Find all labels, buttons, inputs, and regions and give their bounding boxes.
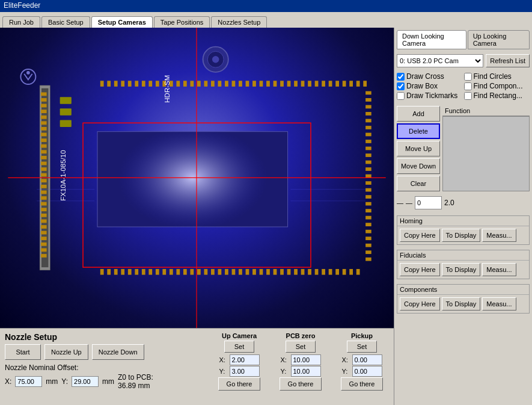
down-looking-camera-tab[interactable]: Down Looking Camera bbox=[397, 30, 466, 49]
draw-tickmarks-checkbox[interactable] bbox=[397, 92, 405, 100]
svg-rect-16 bbox=[41, 173, 47, 177]
svg-rect-61 bbox=[308, 81, 311, 87]
svg-point-141 bbox=[212, 56, 219, 63]
tab-basic-setup[interactable]: Basic Setup bbox=[41, 16, 90, 28]
find-components-label: Find Compon... bbox=[474, 82, 523, 90]
svg-rect-38 bbox=[148, 81, 152, 87]
pcb-zero-title: PCB zero bbox=[286, 332, 316, 339]
svg-rect-102 bbox=[148, 269, 152, 275]
svg-rect-56 bbox=[274, 81, 277, 87]
components-copy-here-button[interactable]: Copy Here bbox=[400, 297, 440, 311]
add-button[interactable]: Add bbox=[397, 106, 440, 122]
action-section: Add Delete Move Up Move Down Clear Funct… bbox=[397, 106, 530, 191]
pickup-x-input[interactable] bbox=[352, 354, 382, 365]
svg-rect-131 bbox=[349, 269, 353, 275]
up-camera-y-input[interactable] bbox=[230, 366, 260, 377]
components-to-display-button[interactable]: To Display bbox=[442, 297, 481, 311]
tab-tape-positions[interactable]: Tape Positions bbox=[154, 16, 210, 28]
pcb-zero-set-btn[interactable]: Set bbox=[286, 341, 316, 353]
svg-rect-19 bbox=[41, 191, 47, 194]
svg-rect-51 bbox=[239, 81, 242, 87]
svg-rect-48 bbox=[218, 81, 222, 87]
offset-y-input[interactable] bbox=[72, 376, 99, 387]
components-measure-button[interactable]: Measu... bbox=[482, 297, 516, 311]
draw-box-checkbox[interactable] bbox=[397, 82, 405, 90]
find-circles-checkbox[interactable] bbox=[464, 73, 472, 81]
svg-rect-12 bbox=[41, 150, 47, 153]
svg-rect-28 bbox=[41, 243, 47, 246]
svg-rect-98 bbox=[121, 269, 124, 275]
svg-rect-93 bbox=[365, 250, 371, 254]
svg-rect-54 bbox=[260, 81, 263, 87]
svg-rect-120 bbox=[274, 269, 277, 275]
svg-rect-45 bbox=[197, 81, 201, 87]
up-camera-x-input[interactable] bbox=[230, 354, 260, 365]
spinner-input[interactable] bbox=[415, 196, 442, 209]
offset-x-input[interactable] bbox=[15, 376, 42, 387]
svg-rect-7 bbox=[41, 121, 47, 125]
nozzle-down-button[interactable]: Nozzle Down bbox=[92, 344, 144, 360]
start-button[interactable]: Start bbox=[5, 344, 41, 360]
svg-rect-90 bbox=[365, 230, 371, 233]
move-down-button[interactable]: Move Down bbox=[397, 158, 440, 174]
find-rectangles-label: Find Rectang... bbox=[474, 91, 522, 100]
title-bar: EliteFeeder bbox=[0, 0, 532, 12]
svg-rect-87 bbox=[365, 209, 371, 212]
svg-rect-14 bbox=[41, 162, 47, 165]
nozzle-offset-label: Nozzle Nominal Offset: bbox=[5, 363, 79, 372]
pcb-zero-y-input[interactable] bbox=[291, 366, 321, 377]
svg-text:HDR-SM: HDR-SM bbox=[164, 75, 171, 103]
svg-rect-86 bbox=[365, 202, 371, 206]
find-circles-row: Find Circles bbox=[464, 72, 530, 81]
fixed-value: 2.0 bbox=[444, 199, 454, 207]
pickup-go-there-btn[interactable]: Go there bbox=[341, 377, 383, 391]
find-rectangles-checkbox[interactable] bbox=[464, 92, 472, 100]
up-looking-camera-tab[interactable]: Up Looking Camera bbox=[468, 30, 530, 49]
pickup-y-input[interactable] bbox=[352, 366, 382, 377]
pickup-set-btn[interactable]: Set bbox=[347, 341, 377, 353]
clear-button[interactable]: Clear bbox=[397, 176, 440, 191]
svg-rect-109 bbox=[197, 269, 201, 275]
up-camera-set-btn[interactable]: Set bbox=[224, 341, 254, 353]
svg-rect-95 bbox=[100, 269, 104, 275]
camera-select[interactable]: 0: USB 2.0 PC Cam bbox=[397, 54, 483, 67]
function-header: Function bbox=[442, 106, 530, 116]
svg-rect-67 bbox=[349, 81, 353, 87]
checkbox-grid: Draw Cross Find Circles Draw Box Find Co… bbox=[397, 72, 530, 100]
fiducials-buttons: Copy Here To Display Measu... bbox=[397, 261, 529, 279]
move-up-button[interactable]: Move Up bbox=[397, 141, 440, 156]
up-camera-col: Up Camera Set X: Y: Go there bbox=[212, 332, 266, 391]
tab-run-job[interactable]: Run Job bbox=[2, 16, 40, 28]
nozzle-up-button[interactable]: Nozzle Up bbox=[44, 344, 88, 360]
svg-rect-5 bbox=[41, 110, 47, 113]
svg-rect-142 bbox=[60, 97, 72, 104]
delete-button[interactable]: Delete bbox=[397, 123, 440, 139]
find-components-checkbox[interactable] bbox=[464, 82, 472, 90]
svg-rect-130 bbox=[343, 269, 346, 275]
draw-cross-checkbox[interactable] bbox=[397, 73, 405, 81]
svg-rect-115 bbox=[239, 269, 242, 275]
fiducials-to-display-button[interactable]: To Display bbox=[442, 263, 481, 276]
homing-measure-button[interactable]: Measu... bbox=[482, 229, 516, 242]
svg-rect-34 bbox=[121, 81, 124, 87]
up-camera-y-label: Y: bbox=[219, 368, 228, 375]
svg-rect-91 bbox=[365, 237, 371, 240]
svg-rect-104 bbox=[162, 269, 166, 275]
pcb-zero-x-input[interactable] bbox=[291, 354, 321, 365]
homing-copy-here-button[interactable]: Copy Here bbox=[400, 229, 440, 242]
svg-rect-47 bbox=[211, 81, 215, 87]
tab-setup-cameras[interactable]: Setup Cameras bbox=[91, 16, 153, 28]
pcb-zero-go-there-btn[interactable]: Go there bbox=[280, 377, 322, 391]
fiducials-measure-button[interactable]: Measu... bbox=[482, 263, 516, 276]
svg-rect-33 bbox=[114, 81, 118, 87]
up-camera-go-there-btn[interactable]: Go there bbox=[218, 377, 260, 391]
svg-rect-31 bbox=[100, 81, 104, 87]
svg-rect-101 bbox=[142, 269, 145, 275]
tab-nozzles-setup[interactable]: Nozzles Setup bbox=[211, 16, 267, 28]
fiducials-copy-here-button[interactable]: Copy Here bbox=[400, 263, 440, 276]
homing-to-display-button[interactable]: To Display bbox=[442, 229, 481, 242]
refresh-list-button[interactable]: Refresh List bbox=[486, 54, 530, 67]
svg-rect-42 bbox=[176, 81, 180, 87]
svg-rect-94 bbox=[365, 258, 371, 261]
svg-rect-116 bbox=[246, 269, 249, 275]
